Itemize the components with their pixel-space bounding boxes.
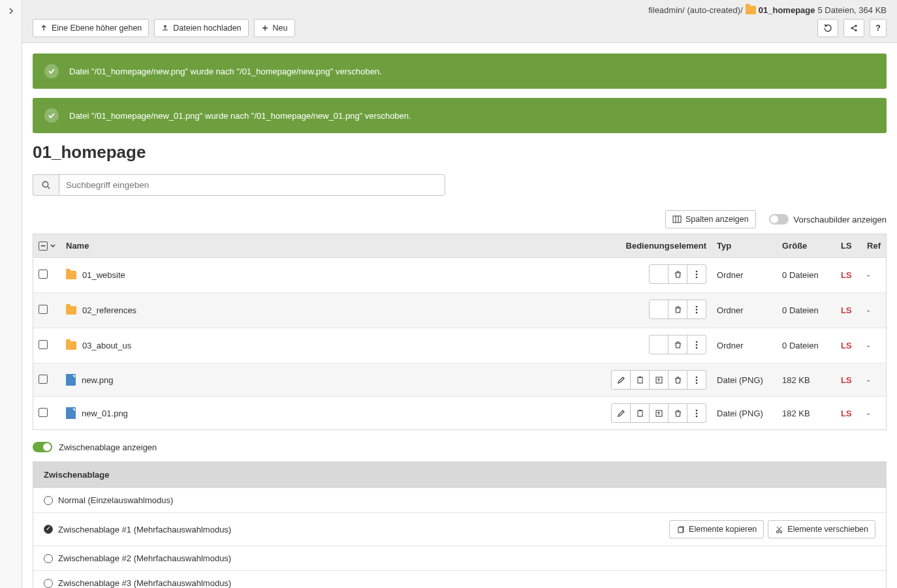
edit-button[interactable] — [611, 403, 631, 423]
clipboard-option[interactable]: Normal (Einzelauswahlmodus) — [33, 487, 886, 512]
clipboard-radio[interactable] — [44, 554, 53, 563]
upload-button[interactable]: Dateien hochladen — [154, 19, 248, 37]
show-columns-button[interactable]: Spalten anzeigen — [665, 210, 756, 228]
clipboard-radio[interactable] — [44, 579, 53, 588]
table-row[interactable]: new_01.pngDatei (PNG)182 KBLS- — [33, 397, 887, 430]
expand-sidebar-button[interactable] — [8, 8, 14, 14]
row-type: Datei (PNG) — [712, 364, 777, 397]
sidebar-collapsed — [0, 0, 22, 588]
clipboard-radio[interactable] — [44, 496, 53, 505]
more-button[interactable] — [687, 370, 706, 390]
row-checkbox[interactable] — [39, 340, 48, 349]
row-ls: LS — [841, 341, 852, 350]
alert-message: Datei "/01_homepage/new_01.png" wurde na… — [69, 111, 411, 121]
svg-rect-20 — [638, 410, 642, 416]
th-size[interactable]: Größe — [777, 234, 836, 258]
new-button[interactable]: Neu — [254, 19, 295, 37]
table-row[interactable]: 01_websiteOrdner0 DateienLS- — [33, 258, 887, 293]
svg-rect-15 — [639, 377, 641, 378]
row-size: 0 Dateien — [777, 293, 836, 328]
clipboard-option-label: Zwischenablage #1 (Mehrfachauswahlmodus) — [58, 525, 231, 534]
row-name[interactable]: new.png — [82, 375, 113, 385]
row-type: Ordner — [712, 328, 777, 364]
row-name[interactable]: new_01.png — [82, 409, 128, 418]
clipboard-option[interactable]: Zwischenablage #1 (Mehrfachauswahlmodus)… — [33, 512, 886, 546]
row-name[interactable]: 02_references — [82, 305, 136, 315]
th-name[interactable]: Name — [61, 234, 574, 258]
clipboard-button[interactable] — [630, 403, 650, 423]
delete-button[interactable] — [668, 264, 687, 284]
delete-button[interactable] — [668, 335, 687, 354]
alert-message: Datei "/01_homepage/new.png" wurde nach … — [69, 67, 382, 76]
row-ref: - — [862, 258, 886, 293]
clipboard-option-label: Zwischenablage #3 (Mehrfachauswahlmodus) — [58, 578, 231, 588]
more-button[interactable] — [687, 335, 706, 354]
th-type[interactable]: Typ — [712, 234, 777, 258]
clipboard-toggle[interactable] — [33, 442, 52, 452]
clipboard-option[interactable]: Zwischenablage #2 (Mehrfachauswahlmodus) — [33, 546, 886, 570]
page-title: 01_homepage — [33, 142, 887, 162]
more-button[interactable] — [687, 300, 706, 319]
select-all-checkbox[interactable]: − — [39, 241, 48, 251]
row-name[interactable]: 03_about_us — [82, 341, 131, 350]
delete-button[interactable] — [668, 403, 687, 423]
svg-point-3 — [42, 181, 48, 187]
svg-point-7 — [696, 276, 698, 278]
more-button[interactable] — [687, 264, 706, 284]
thumbnails-label: Vorschaubilder anzeigen — [794, 215, 887, 224]
file-icon — [66, 374, 76, 386]
level-up-button[interactable]: Eine Ebene höher gehen — [33, 19, 149, 37]
clipboard-panel: Zwischenablage Normal (Einzelauswahlmodu… — [33, 461, 887, 588]
row-ref: - — [862, 364, 886, 397]
clipboard-option[interactable]: Zwischenablage #3 (Mehrfachauswahlmodus) — [33, 570, 886, 588]
breadcrumb-current: 01_homepage — [759, 5, 815, 15]
row-name[interactable]: 01_website — [82, 270, 125, 280]
delete-button[interactable] — [668, 370, 687, 390]
row-checkbox[interactable] — [39, 375, 48, 384]
clipboard-option-label: Normal (Einzelauswahlmodus) — [58, 495, 173, 505]
svg-point-6 — [696, 273, 698, 275]
search-input[interactable] — [59, 174, 445, 196]
svg-point-24 — [696, 412, 698, 414]
svg-point-11 — [696, 341, 698, 343]
check-icon — [44, 108, 59, 123]
row-size: 0 Dateien — [777, 328, 836, 364]
copy-elements-button[interactable]: Elemente kopieren — [669, 520, 764, 538]
search-button[interactable] — [33, 174, 59, 196]
replace-button[interactable] — [649, 403, 669, 423]
blank-button[interactable] — [649, 300, 669, 319]
th-ref: Ref — [862, 234, 886, 258]
breadcrumb: fileadmin/ (auto-created)/ 01_homepage 5… — [33, 5, 887, 15]
table-row[interactable]: 02_referencesOrdner0 DateienLS- — [33, 293, 887, 328]
clipboard-radio[interactable] — [44, 525, 53, 534]
breadcrumb-path[interactable]: fileadmin/ (auto-created)/ — [648, 5, 743, 15]
blank-button[interactable] — [649, 264, 669, 284]
table-row[interactable]: new.pngDatei (PNG)182 KBLS- — [33, 364, 887, 397]
row-ref: - — [862, 293, 886, 328]
svg-rect-21 — [639, 410, 641, 411]
svg-point-5 — [696, 270, 698, 272]
replace-button[interactable] — [649, 370, 669, 390]
thumbnails-toggle[interactable] — [769, 214, 789, 224]
row-checkbox[interactable] — [39, 305, 48, 314]
sort-dropdown-icon[interactable] — [50, 244, 55, 248]
row-size: 182 KB — [777, 397, 836, 430]
help-button[interactable]: ? — [870, 19, 887, 37]
share-button[interactable] — [843, 19, 864, 37]
clipboard-button[interactable] — [630, 370, 650, 390]
table-row[interactable]: 03_about_usOrdner0 DateienLS- — [33, 328, 887, 364]
svg-point-10 — [696, 311, 698, 313]
delete-button[interactable] — [668, 300, 687, 319]
svg-point-17 — [696, 376, 698, 378]
reload-button[interactable] — [817, 19, 838, 37]
row-checkbox[interactable] — [39, 408, 48, 417]
blank-button[interactable] — [649, 335, 669, 354]
th-ls: LS — [836, 234, 862, 258]
edit-button[interactable] — [611, 370, 631, 390]
row-type: Ordner — [712, 258, 777, 293]
move-elements-button[interactable]: Elemente verschieben — [768, 520, 875, 538]
more-button[interactable] — [687, 403, 706, 423]
folder-icon — [66, 306, 76, 315]
row-checkbox[interactable] — [39, 270, 48, 279]
topbar: fileadmin/ (auto-created)/ 01_homepage 5… — [22, 0, 897, 43]
